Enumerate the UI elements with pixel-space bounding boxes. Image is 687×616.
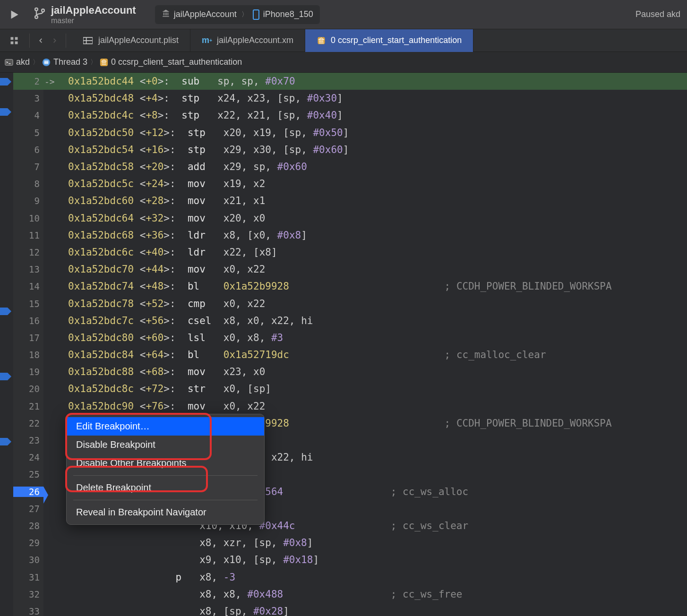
nav-forward-button[interactable] xyxy=(48,34,62,48)
breakpoint-gutter[interactable] xyxy=(0,73,13,616)
breakpoint-marker[interactable] xyxy=(0,436,11,447)
tab-label: 0 ccsrp_client_start_authentication xyxy=(331,35,462,45)
code-line[interactable]: 33 x8, [sp, #0x28] xyxy=(44,603,687,616)
scheme-name: jailAppleAccount xyxy=(174,9,237,19)
code-line[interactable]: 40x1a52bdc4c <+8>: stp x22, x21, [sp, #0… xyxy=(44,107,687,124)
breakpoint-marker[interactable] xyxy=(0,371,11,382)
project-name: jailAppleAccount xyxy=(51,4,136,17)
code-line[interactable]: 160x1a52bdc7c <+56>: csel x8, x0, x22, h… xyxy=(44,312,687,329)
instruction: 0x1a52bdc74 <+48>: bl 0x1a52b9928 ; CCDH… xyxy=(44,281,612,292)
code-line[interactable]: 100x1a52bdc64 <+32>: mov x20, x0 xyxy=(44,210,687,227)
code-line[interactable]: 140x1a52bdc74 <+48>: bl 0x1a52b9928 ; CC… xyxy=(44,278,687,295)
chevron-icon: 〉 xyxy=(33,58,39,67)
tab-plist[interactable]: jailAppleAccount.plist xyxy=(72,29,190,52)
code-line[interactable]: 200x1a52bdc8c <+72>: str x0, [sp] xyxy=(44,380,687,397)
line-number[interactable]: 3 xyxy=(13,93,40,103)
line-number[interactable]: 19 xyxy=(13,367,40,377)
line-number[interactable]: 5 xyxy=(13,128,40,138)
device-icon xyxy=(253,9,259,20)
symbol-icon xyxy=(317,36,326,45)
code-line[interactable]: 50x1a52bdc50 <+12>: stp x20, x19, [sp, #… xyxy=(44,124,687,141)
code-line[interactable]: 29 x8, xzr, [sp, #0x8] xyxy=(44,534,687,551)
line-number[interactable]: 32 xyxy=(13,589,40,599)
line-number[interactable]: 25 xyxy=(13,469,40,479)
code-line[interactable]: 80x1a52bdc5c <+24>: mov x19, x2 xyxy=(44,175,687,192)
code-line[interactable]: 190x1a52bdc88 <+68>: mov x23, x0 xyxy=(44,363,687,380)
instruction: 0x1a52bdc58 <+20>: add x29, sp, #0x60 xyxy=(44,161,307,172)
line-number[interactable]: 33 xyxy=(13,606,40,616)
line-number[interactable]: 16 xyxy=(13,316,40,326)
menu-separator xyxy=(73,500,258,500)
instruction: 0x1a52bdc90 <+76>: mov x0, x22 xyxy=(44,401,265,412)
line-number[interactable]: 6 xyxy=(13,145,40,155)
line-number[interactable]: 22 xyxy=(13,418,40,428)
svg-point-2 xyxy=(42,9,44,12)
line-number[interactable]: 13 xyxy=(13,264,40,274)
line-number[interactable]: 10 xyxy=(13,213,40,223)
line-number[interactable]: 26 xyxy=(13,487,43,497)
line-number[interactable]: 17 xyxy=(13,333,40,343)
code-line[interactable]: 30 x9, x10, [sp, #0x18] xyxy=(44,551,687,568)
instruction: 0x1a52bdc6c <+40>: ldr x22, [x8] xyxy=(44,247,277,258)
breadcrumb-process[interactable]: akd xyxy=(5,57,30,67)
code-line[interactable]: 170x1a52bdc80 <+60>: lsl x0, x8, #3 xyxy=(44,329,687,346)
project-branch-section[interactable]: jailAppleAccount master xyxy=(33,4,136,25)
menu-disable-breakpoint[interactable]: Disable Breakpoint xyxy=(67,436,264,454)
code-line[interactable]: 32 x8, x8, #0x488 ; cc_ws_free xyxy=(44,586,687,603)
line-number[interactable]: 4 xyxy=(13,110,40,120)
code-line[interactable]: 30x1a52bdc48 <+4>: stp x24, x23, [sp, #0… xyxy=(44,90,687,107)
line-number[interactable]: 9 xyxy=(13,196,40,206)
tab-label: jailAppleAccount.xm xyxy=(217,35,293,45)
code-line[interactable]: 70x1a52bdc58 <+20>: add x29, sp, #0x60 xyxy=(44,158,687,175)
breadcrumb-thread[interactable]: Thread 3 xyxy=(42,57,87,67)
menu-reveal-breakpoint[interactable]: Reveal in Breakpoint Navigator xyxy=(67,503,264,522)
line-number[interactable]: 24 xyxy=(13,452,40,462)
code-line[interactable]: 31 p x8, -3 xyxy=(44,568,687,585)
line-number[interactable]: 2 xyxy=(13,76,40,86)
code-line[interactable]: 130x1a52bdc70 <+44>: mov x0, x22 xyxy=(44,261,687,278)
line-number[interactable]: 8 xyxy=(13,179,40,189)
line-number[interactable]: 20 xyxy=(13,384,40,394)
line-number[interactable]: 21 xyxy=(13,401,40,411)
line-number[interactable]: 7 xyxy=(13,162,40,172)
line-number[interactable]: 18 xyxy=(13,350,40,360)
line-number[interactable]: 30 xyxy=(13,555,40,565)
instruction: 0x1a52bdc60 <+28>: mov x21, x1 xyxy=(44,195,265,206)
menu-delete-breakpoint[interactable]: Delete Breakpoint xyxy=(67,479,264,497)
line-number[interactable]: 29 xyxy=(13,538,40,548)
tab-xm-file[interactable]: m+ jailAppleAccount.xm xyxy=(190,29,305,52)
code-line[interactable]: 2->0x1a52bdc44 <+0>: sub sp, sp, #0x70 xyxy=(44,73,687,90)
breadcrumb: akd 〉 Thread 3 〉 0 ccsrp_client_start_au… xyxy=(0,52,687,73)
code-line[interactable]: 90x1a52bdc60 <+28>: mov x21, x1 xyxy=(44,192,687,209)
menu-disable-other-breakpoints[interactable]: Disable Other Breakpoints xyxy=(67,454,264,472)
instruction: 0x1a52bdc70 <+44>: mov x0, x22 xyxy=(44,264,265,275)
code-line[interactable]: 120x1a52bdc6c <+40>: ldr x22, [x8] xyxy=(44,244,687,261)
breakpoint-marker[interactable] xyxy=(0,77,11,87)
nav-back-button[interactable] xyxy=(34,34,48,48)
instruction: 0x1a52bdc88 <+68>: mov x23, x0 xyxy=(44,366,265,377)
related-items-button[interactable] xyxy=(5,31,24,50)
line-number[interactable]: 31 xyxy=(13,572,40,582)
code-line[interactable]: 110x1a52bdc68 <+36>: ldr x8, [x0, #0x8] xyxy=(44,227,687,244)
breadcrumb-frame[interactable]: 0 ccsrp_client_start_authentication xyxy=(100,57,242,67)
line-number[interactable]: 12 xyxy=(13,247,40,257)
scheme-selector[interactable]: jailAppleAccount 〉 iPhone8_150 xyxy=(155,5,320,24)
code-line[interactable]: 150x1a52bdc78 <+52>: cmp x0, x22 xyxy=(44,295,687,312)
run-button[interactable] xyxy=(5,5,24,24)
svg-point-0 xyxy=(35,8,38,11)
code-line[interactable]: 210x1a52bdc90 <+76>: mov x0, x22 xyxy=(44,398,687,415)
line-number[interactable]: 11 xyxy=(13,230,40,240)
code-line[interactable]: 60x1a52bdc54 <+16>: stp x29, x30, [sp, #… xyxy=(44,141,687,158)
line-number[interactable]: 14 xyxy=(13,281,40,291)
breakpoint-marker[interactable] xyxy=(0,306,11,317)
line-number[interactable]: 23 xyxy=(13,435,40,445)
code-line[interactable]: 180x1a52bdc84 <+64>: bl 0x1a52719dc ; cc… xyxy=(44,346,687,363)
disassembly-view[interactable]: ≡ Thread 3 2->0x1a52bdc44 <+0>: sub sp, … xyxy=(13,73,687,616)
line-number[interactable]: 28 xyxy=(13,521,40,531)
top-toolbar: jailAppleAccount master jailAppleAccount… xyxy=(0,0,687,29)
line-number[interactable]: 15 xyxy=(13,299,40,309)
menu-edit-breakpoint[interactable]: Edit Breakpoint… xyxy=(67,417,264,436)
breakpoint-marker[interactable] xyxy=(0,107,11,117)
line-number[interactable]: 27 xyxy=(13,504,40,514)
tab-disassembly[interactable]: 0 ccsrp_client_start_authentication xyxy=(305,29,473,52)
